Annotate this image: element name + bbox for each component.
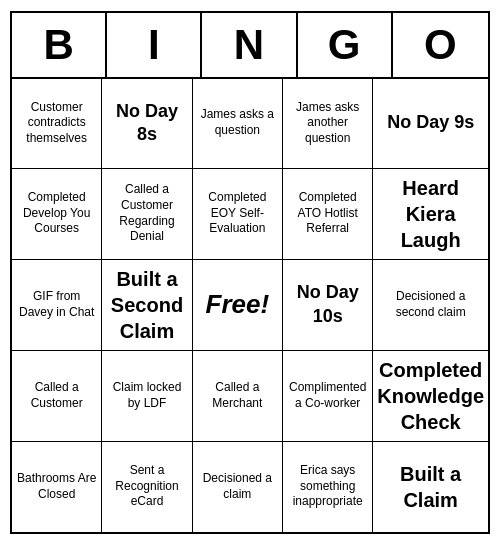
bingo-letter-o: O bbox=[393, 13, 488, 77]
bingo-cell-2: James asks a question bbox=[193, 79, 283, 169]
bingo-cell-6: Called a Customer Regarding Denial bbox=[102, 169, 192, 260]
bingo-cell-0: Customer contradicts themselves bbox=[12, 79, 102, 169]
bingo-header: BINGO bbox=[12, 13, 488, 79]
bingo-cell-3: James asks another question bbox=[283, 79, 373, 169]
bingo-cell-24: Built a Claim bbox=[373, 442, 488, 532]
bingo-cell-4: No Day 9s bbox=[373, 79, 488, 169]
bingo-cell-14: Decisioned a second claim bbox=[373, 260, 488, 351]
bingo-cell-7: Completed EOY Self-Evaluation bbox=[193, 169, 283, 260]
bingo-cell-23: Erica says something inappropriate bbox=[283, 442, 373, 532]
bingo-card: BINGO Customer contradicts themselvesNo … bbox=[10, 11, 490, 534]
bingo-letter-i: I bbox=[107, 13, 202, 77]
bingo-cell-16: Claim locked by LDF bbox=[102, 351, 192, 442]
bingo-cell-18: Complimented a Co-worker bbox=[283, 351, 373, 442]
bingo-letter-g: G bbox=[298, 13, 393, 77]
bingo-cell-20: Bathrooms Are Closed bbox=[12, 442, 102, 532]
bingo-cell-11: Built a Second Claim bbox=[102, 260, 192, 351]
bingo-cell-1: No Day 8s bbox=[102, 79, 192, 169]
bingo-cell-5: Completed Develop You Courses bbox=[12, 169, 102, 260]
bingo-letter-n: N bbox=[202, 13, 297, 77]
bingo-cell-21: Sent a Recognition eCard bbox=[102, 442, 192, 532]
bingo-letter-b: B bbox=[12, 13, 107, 77]
bingo-cell-19: Completed Knowledge Check bbox=[373, 351, 488, 442]
bingo-cell-15: Called a Customer bbox=[12, 351, 102, 442]
bingo-cell-9: Heard Kiera Laugh bbox=[373, 169, 488, 260]
bingo-cell-17: Called a Merchant bbox=[193, 351, 283, 442]
bingo-cell-13: No Day 10s bbox=[283, 260, 373, 351]
bingo-cell-10: GIF from Davey in Chat bbox=[12, 260, 102, 351]
bingo-cell-22: Decisioned a claim bbox=[193, 442, 283, 532]
bingo-grid: Customer contradicts themselvesNo Day 8s… bbox=[12, 79, 488, 532]
bingo-cell-8: Completed ATO Hotlist Referral bbox=[283, 169, 373, 260]
bingo-cell-12: Free! bbox=[193, 260, 283, 351]
